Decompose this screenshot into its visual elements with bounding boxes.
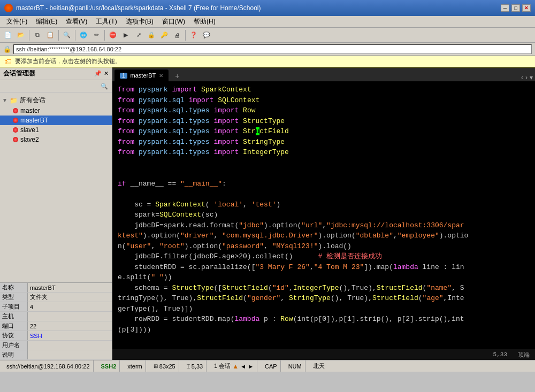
menu-window[interactable]: 窗口(W) xyxy=(158,16,189,27)
close-button[interactable]: ✕ xyxy=(522,4,531,12)
status-caps: CAP xyxy=(262,360,281,372)
open-button[interactable]: 📂 xyxy=(15,29,27,41)
stop-button[interactable]: ⛔ xyxy=(107,29,119,41)
status-address: ssh://beitian@192.168.64.80:22 xyxy=(3,360,94,372)
status-size-text: 83x25 xyxy=(159,363,175,370)
print-button[interactable]: 🖨 xyxy=(171,29,183,41)
session-group-all[interactable]: ▼ 📁 所有会话 xyxy=(0,95,112,106)
copy-button[interactable]: ⧉ xyxy=(32,29,43,41)
prop-value-port: 22 xyxy=(28,321,112,330)
code-line-3: from pyspark.sql.types import Row xyxy=(118,105,530,116)
lock-button[interactable]: 🔒 xyxy=(146,29,157,41)
status-pos: ⌶ 5,33 xyxy=(184,360,207,372)
menu-file[interactable]: 文件(F) xyxy=(2,16,32,27)
globe-button[interactable]: 🌐 xyxy=(78,29,89,41)
code-line-4: from pyspark.sql.types import StructType xyxy=(118,116,530,127)
prop-row-username: 用户名 xyxy=(0,341,112,350)
prop-label-host: 主机 xyxy=(0,312,28,321)
pin-icon[interactable]: 📌 xyxy=(94,70,102,77)
prop-label-name: 名称 xyxy=(0,283,28,292)
prop-value-note xyxy=(28,350,112,359)
sidebar-item-slave2[interactable]: slave2 xyxy=(0,135,112,144)
paste-button[interactable]: 📋 xyxy=(44,29,56,41)
prop-value-type: 文件夹 xyxy=(28,293,112,302)
play-button[interactable]: ▶ xyxy=(120,29,132,41)
add-session-icon: 🏷 xyxy=(4,57,12,66)
maximize-button[interactable]: □ xyxy=(511,4,520,12)
comment-button[interactable]: 💬 xyxy=(201,29,212,41)
tab-close-icon[interactable]: ✕ xyxy=(159,73,163,79)
app-icon xyxy=(4,4,13,12)
address-input[interactable] xyxy=(13,44,532,54)
sidebar-title: 会话管理器 xyxy=(3,69,35,78)
code-line-11 xyxy=(118,189,530,199)
status-address-text: ssh://beitian@192.168.64.80:22 xyxy=(6,363,90,370)
tab-label: masterBT xyxy=(131,72,156,79)
status-protocol-text: SSH2 xyxy=(101,363,117,370)
find-button[interactable]: 🔍 xyxy=(61,29,73,41)
prop-value-name: masterBT xyxy=(28,283,112,292)
toolbar-separator-4 xyxy=(104,30,105,41)
status-num-text: NUM xyxy=(288,363,302,370)
code-line-12: sc = SparkContext( 'local', 'test') xyxy=(118,199,530,210)
prop-label-protocol: 协议 xyxy=(0,331,28,340)
resize-button[interactable]: ⤢ xyxy=(133,29,144,41)
menu-view[interactable]: 查看(V) xyxy=(62,16,91,27)
session-label: master xyxy=(20,107,40,114)
code-line-9 xyxy=(118,168,530,179)
menu-tools[interactable]: 工具(T) xyxy=(91,16,121,27)
status-protocol: SSH2 xyxy=(98,360,120,372)
info-message: 要添加当前会话，点击左侧的箭头按钮。 xyxy=(15,57,121,65)
code-line-10: if __name__ == "__main__": xyxy=(118,179,530,189)
tab-masterbt[interactable]: 1 masterBT ✕ xyxy=(114,70,169,81)
prop-label-note: 说明 xyxy=(0,350,28,359)
code-line-20: schema = StructType([StructField("id",In… xyxy=(118,283,530,294)
sessions-up-icon[interactable]: ▲ xyxy=(232,363,239,370)
toolbar-separator xyxy=(29,30,29,41)
prop-value-username xyxy=(28,341,112,350)
code-line-17: jdbcDF.filter(jdbcDF.age>20).collect() #… xyxy=(118,251,530,262)
session-label: slave2 xyxy=(20,136,39,143)
new-session-button[interactable]: 📄 xyxy=(2,29,14,41)
prop-row-name: 名称 masterBT xyxy=(0,283,112,293)
status-size: ⊞ 83x25 xyxy=(150,360,179,372)
prop-label-username: 用户名 xyxy=(0,341,28,350)
sidebar-close-icon[interactable]: ✕ xyxy=(104,70,109,77)
prop-label-type: 类型 xyxy=(0,293,28,302)
tab-nav-left[interactable]: ‹ xyxy=(521,74,523,81)
status-brand: 北天 xyxy=(310,360,328,372)
search-icon[interactable]: 🔍 xyxy=(100,82,109,90)
minimize-button[interactable]: ─ xyxy=(501,4,509,12)
code-editor[interactable]: from pyspark import SparkContext from py… xyxy=(112,81,535,349)
sidebar-item-slave1[interactable]: slave1 xyxy=(0,125,112,135)
terminal-area: 1 masterBT ✕ + ‹ › ▾ from pyspark import… xyxy=(112,67,535,360)
tab-nav-more[interactable]: ▾ xyxy=(530,74,533,81)
position-bar: 5,33 顶端 xyxy=(112,349,535,360)
key-button[interactable]: 🔑 xyxy=(158,29,170,41)
session-label: slave1 xyxy=(20,126,39,134)
code-line-7: from pyspark.sql.types import IntegerTyp… xyxy=(118,147,530,158)
toolbar: 📄 📂 ⧉ 📋 🔍 🌐 ✏ ⛔ ▶ ⤢ 🔒 🔑 🖨 ❓ 💬 xyxy=(0,28,535,43)
code-line-16: n("user", "root").option("password", "MY… xyxy=(118,241,530,252)
lock-icon: 🔒 xyxy=(3,45,11,53)
sidebar-item-master[interactable]: master xyxy=(0,106,112,116)
tab-add-button[interactable]: + xyxy=(172,71,182,81)
status-pos-text: 5,33 xyxy=(192,363,203,370)
sessions-nav-left[interactable]: ◄ xyxy=(240,363,246,370)
prop-row-type: 类型 文件夹 xyxy=(0,293,112,302)
prop-row-host: 主机 xyxy=(0,312,112,321)
menu-tabs[interactable]: 选项卡(B) xyxy=(121,16,158,27)
code-line-21: tringType(), True),StructField("gender",… xyxy=(118,293,530,304)
tab-navigation: ‹ › ▾ xyxy=(521,74,533,81)
pen-button[interactable]: ✏ xyxy=(90,29,102,41)
tab-nav-right[interactable]: › xyxy=(525,74,528,81)
help-button[interactable]: ❓ xyxy=(188,29,200,41)
menu-help[interactable]: 帮助(H) xyxy=(189,16,220,27)
status-terminal: xterm xyxy=(124,360,146,372)
window-title: masterBT - beitian@panli:/usr/local/spar… xyxy=(16,4,501,12)
menu-edit[interactable]: 编辑(E) xyxy=(32,16,62,27)
sessions-nav-right[interactable]: ► xyxy=(248,363,254,370)
status-caps-text: CAP xyxy=(265,363,277,370)
session-label: masterBT xyxy=(20,117,48,124)
sidebar-item-masterbt[interactable]: masterBT xyxy=(0,116,112,125)
